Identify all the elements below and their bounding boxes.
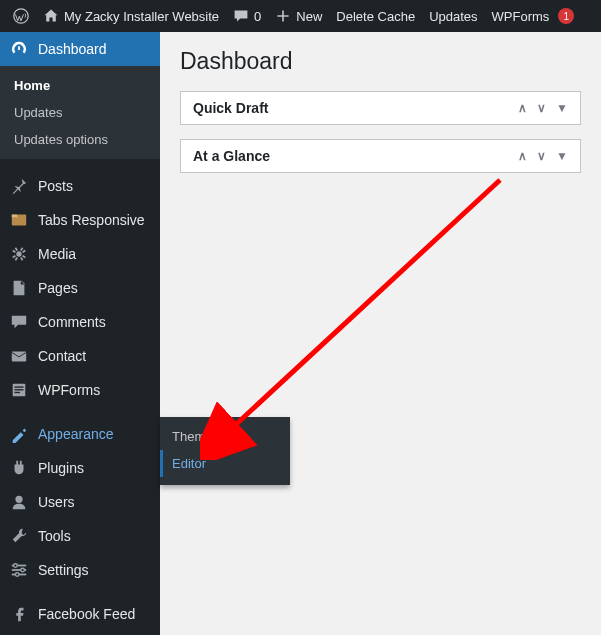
site-name-label: My Zacky Installer Website	[64, 9, 219, 24]
form-icon	[10, 381, 28, 399]
sidebar-label: Tabs Responsive	[38, 212, 145, 228]
sidebar-item-tabs-responsive[interactable]: Tabs Responsive	[0, 203, 160, 237]
appearance-flyout: Themes Editor	[160, 417, 290, 485]
pin-icon	[10, 177, 28, 195]
svg-point-9	[15, 496, 22, 503]
wpforms-count-badge: 1	[558, 8, 574, 24]
dashboard-icon	[10, 40, 28, 58]
sidebar-label: WPForms	[38, 382, 100, 398]
toggle-icon[interactable]: ▼	[556, 149, 568, 163]
new-label: New	[296, 9, 322, 24]
sidebar-item-appearance[interactable]: Appearance Themes Editor	[0, 417, 160, 451]
svg-point-3	[16, 251, 21, 256]
toggle-icon[interactable]: ▼	[556, 101, 568, 115]
sidebar-subitem-updates[interactable]: Updates	[0, 99, 160, 126]
plus-icon	[275, 8, 291, 24]
comment-icon	[10, 313, 28, 331]
svg-point-14	[21, 568, 25, 572]
new-content-link[interactable]: New	[268, 0, 329, 32]
sidebar-item-media[interactable]: Media	[0, 237, 160, 271]
sidebar-item-facebook-feed[interactable]: Facebook Feed	[0, 597, 160, 631]
svg-point-15	[15, 573, 19, 577]
comments-count: 0	[254, 9, 261, 24]
tools-icon	[10, 527, 28, 545]
postbox-quick-draft: Quick Draft ∧ ∨ ▼	[180, 91, 581, 125]
wordpress-icon	[13, 8, 29, 24]
svg-rect-8	[15, 392, 20, 393]
user-icon	[10, 493, 28, 511]
postbox-title: Quick Draft	[193, 100, 268, 116]
sidebar-item-wonder-slider[interactable]: Wonder Slider Lite	[0, 631, 160, 635]
page-title: Dashboard	[180, 48, 581, 75]
home-icon	[43, 8, 59, 24]
delete-cache-link[interactable]: Delete Cache	[329, 0, 422, 32]
sidebar-label: Comments	[38, 314, 106, 330]
plugin-icon	[10, 459, 28, 477]
move-up-icon[interactable]: ∧	[518, 101, 527, 115]
sidebar-label: Posts	[38, 178, 73, 194]
sidebar-subitem-updates-options[interactable]: Updates options	[0, 126, 160, 153]
site-name-link[interactable]: My Zacky Installer Website	[36, 0, 226, 32]
sidebar-subitem-home[interactable]: Home	[0, 72, 160, 99]
flyout-item-editor[interactable]: Editor	[160, 450, 290, 477]
updates-link[interactable]: Updates	[422, 0, 484, 32]
tabs-icon	[10, 211, 28, 229]
main-content: Dashboard Quick Draft ∧ ∨ ▼ At a Glance …	[160, 32, 601, 635]
move-up-icon[interactable]: ∧	[518, 149, 527, 163]
wp-logo[interactable]	[6, 0, 36, 32]
move-down-icon[interactable]: ∨	[537, 101, 546, 115]
mail-icon	[10, 347, 28, 365]
admin-bar: My Zacky Installer Website 0 New Delete …	[0, 0, 601, 32]
postbox-controls: ∧ ∨ ▼	[518, 149, 568, 163]
postbox-controls: ∧ ∨ ▼	[518, 101, 568, 115]
wpforms-label: WPForms	[492, 9, 550, 24]
sidebar-label: Appearance	[38, 426, 114, 442]
wpforms-link[interactable]: WPForms 1	[485, 0, 582, 32]
sidebar-item-wpforms[interactable]: WPForms	[0, 373, 160, 407]
page-icon	[10, 279, 28, 297]
sidebar-item-plugins[interactable]: Plugins	[0, 451, 160, 485]
sidebar-label: Facebook Feed	[38, 606, 135, 622]
postbox-at-a-glance: At a Glance ∧ ∨ ▼	[180, 139, 581, 173]
sidebar-item-settings[interactable]: Settings	[0, 553, 160, 587]
sidebar-label: Media	[38, 246, 76, 262]
comment-icon	[233, 8, 249, 24]
admin-sidebar: Dashboard Home Updates Updates options P…	[0, 32, 160, 635]
comments-link[interactable]: 0	[226, 0, 268, 32]
svg-point-13	[14, 564, 18, 568]
delete-cache-label: Delete Cache	[336, 9, 415, 24]
sidebar-label: Users	[38, 494, 75, 510]
sidebar-label: Dashboard	[38, 41, 107, 57]
dashboard-submenu: Home Updates Updates options	[0, 66, 160, 159]
svg-rect-7	[15, 389, 24, 390]
sidebar-item-comments[interactable]: Comments	[0, 305, 160, 339]
sidebar-label: Contact	[38, 348, 86, 364]
settings-icon	[10, 561, 28, 579]
postbox-title: At a Glance	[193, 148, 270, 164]
facebook-icon	[10, 605, 28, 623]
move-down-icon[interactable]: ∨	[537, 149, 546, 163]
sidebar-item-pages[interactable]: Pages	[0, 271, 160, 305]
sidebar-item-posts[interactable]: Posts	[0, 169, 160, 203]
updates-label: Updates	[429, 9, 477, 24]
flyout-item-themes[interactable]: Themes	[160, 423, 290, 450]
appearance-icon	[10, 425, 28, 443]
sidebar-item-users[interactable]: Users	[0, 485, 160, 519]
sidebar-item-dashboard[interactable]: Dashboard	[0, 32, 160, 66]
media-icon	[10, 245, 28, 263]
svg-rect-2	[12, 215, 17, 218]
sidebar-label: Plugins	[38, 460, 84, 476]
svg-rect-6	[15, 386, 24, 387]
sidebar-label: Settings	[38, 562, 89, 578]
sidebar-label: Tools	[38, 528, 71, 544]
sidebar-label: Pages	[38, 280, 78, 296]
sidebar-item-tools[interactable]: Tools	[0, 519, 160, 553]
sidebar-item-contact[interactable]: Contact	[0, 339, 160, 373]
